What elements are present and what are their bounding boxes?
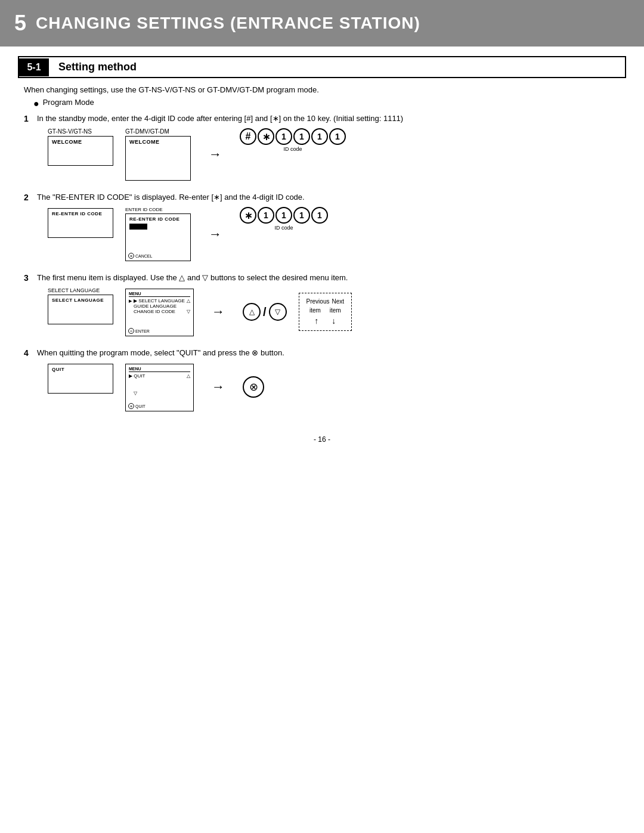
- display-reenter-right: ENTER ID CODE RE-ENTER ID CODE ⊗ CANCEL: [125, 207, 191, 261]
- step-1-displays: GT-NS-V/GT-NS WELCOME GT-DMV/GT-DM WELCO…: [48, 128, 620, 181]
- quit-tri-up: △: [187, 373, 190, 379]
- bullet-dot: ●: [33, 98, 39, 109]
- keys-row-2: ∗ 1 1 1 1: [240, 207, 328, 224]
- key-2a: 1: [258, 207, 274, 224]
- step-2-displays: RE-ENTER ID CODE ENTER ID CODE RE-ENTER …: [48, 207, 620, 261]
- step-4-num: 4: [24, 348, 33, 358]
- keys-row-1: # ∗ 1 1 1 1: [240, 128, 346, 145]
- quit-spacer: [129, 379, 190, 391]
- key-sequence-1: # ∗ 1 1 1 1 ID code: [240, 128, 346, 152]
- next-text: Next: [332, 298, 344, 305]
- cancel-label: CANCEL: [135, 254, 152, 258]
- menu-item-1-text: ▶ SELECT LANGUAGE: [134, 298, 185, 304]
- quit-x-button[interactable]: ⊗: [243, 376, 264, 398]
- label-gtdm: GT-DMV/GT-DM: [125, 128, 169, 135]
- slash-separator: /: [263, 305, 267, 319]
- arrow-3: →: [206, 304, 231, 320]
- key-1a: 1: [275, 128, 292, 145]
- down-button[interactable]: ▽: [269, 303, 287, 321]
- quit-tri-down: ▽: [134, 391, 137, 396]
- item-label-right: item: [330, 307, 341, 314]
- quit-text-left: QUIT: [52, 367, 109, 372]
- quit-btn: ⊗ QUIT: [128, 403, 145, 409]
- tri-up-icon: △: [187, 298, 190, 304]
- quit-menu-header: MENU: [129, 367, 190, 372]
- display-menu-left: SELECT LANGUAGE SELECT LANGUAGE: [48, 287, 113, 324]
- label-gtns: GT-NS-V/GT-NS: [48, 128, 92, 135]
- step-2: 2 The "RE-ENTER ID CODE" is displayed. R…: [24, 193, 620, 261]
- key-2c: 1: [293, 207, 310, 224]
- nav-item-labels: item item: [306, 307, 344, 314]
- enter-btn: ⊙ ENTER: [128, 328, 150, 334]
- step-3-displays: SELECT LANGUAGE SELECT LANGUAGE MENU ▶ S…: [48, 287, 620, 336]
- bullet-text: Program Mode: [43, 98, 94, 107]
- step-2-num: 2: [24, 193, 33, 202]
- nav-labels-row: Previous Next: [306, 298, 344, 305]
- previous-label: Previous: [306, 298, 330, 305]
- display-gtdm: GT-DMV/GT-DM WELCOME: [125, 128, 191, 181]
- up-arrow-icon: ↑: [314, 316, 318, 326]
- step-1-num: 1: [24, 114, 33, 123]
- cancel-btn: ⊗ CANCEL: [128, 253, 152, 259]
- select-lang-text: SELECT LANGUAGE: [52, 298, 109, 303]
- enter-label: ENTER: [135, 329, 150, 333]
- nav-arrows-row: ↑ ↓: [314, 316, 336, 326]
- label-select-lang: SELECT LANGUAGE: [48, 287, 100, 293]
- black-rect: [129, 224, 147, 230]
- nav-labels-box: Previous Next item item ↑ ↓: [299, 293, 352, 331]
- up-button[interactable]: △: [243, 303, 261, 321]
- previous-text: Previous: [306, 298, 330, 305]
- key-sequence-2: ∗ 1 1 1 1 ID code: [240, 207, 328, 231]
- display-gtns: GT-NS-V/GT-NS WELCOME: [48, 128, 113, 166]
- step-3-text: The first menu item is displayed. Use th…: [37, 273, 620, 282]
- step-1: 1 In the standby mode, enter the 4-digit…: [24, 114, 620, 181]
- quit-tri-down-row: ▽: [129, 391, 190, 396]
- key-2b: 1: [275, 207, 292, 224]
- arrow-2: →: [203, 227, 228, 242]
- section-title: Setting method: [49, 57, 146, 77]
- arrow-4: →: [206, 379, 231, 395]
- nav-buttons-group: △ / ▽: [243, 303, 287, 321]
- item-label-left: item: [309, 307, 321, 314]
- display-quit-left: QUIT: [48, 363, 113, 394]
- reenter-text-right: RE-ENTER ID CODE: [129, 216, 187, 222]
- display-reenter-left: RE-ENTER ID CODE: [48, 207, 113, 238]
- step-4: 4 When quitting the program mode, select…: [24, 348, 620, 411]
- chapter-title: CHANGING SETTINGS (ENTRANCE STATION): [36, 14, 420, 33]
- section-number: 5-1: [19, 58, 49, 76]
- quit-menu-item: ▶ QUIT △: [129, 373, 190, 379]
- step-2-text: The "RE-ENTER ID CODE" is displayed. Re-…: [37, 193, 620, 202]
- down-arrow-icon: ↓: [332, 316, 336, 326]
- box-select-lang: SELECT LANGUAGE: [48, 295, 113, 324]
- step-4-text: When quitting the program mode, select "…: [37, 348, 620, 357]
- key-1d: 1: [329, 128, 346, 145]
- reenter-text-left: RE-ENTER ID CODE: [52, 211, 109, 216]
- step-1-text: In the standby mode, enter the 4-digit I…: [37, 114, 620, 123]
- chapter-number: 5: [14, 11, 26, 36]
- key-2d: 1: [311, 207, 328, 224]
- step-3-row: 3 The first menu item is displayed. Use …: [24, 273, 620, 283]
- display-quit-right: MENU ▶ QUIT △ ▽ ⊗ QUIT: [125, 363, 194, 411]
- box-quit-left: QUIT: [48, 364, 113, 394]
- welcome-text-left: WELCOME: [52, 139, 109, 145]
- section-header: 5-1 Setting method: [18, 56, 626, 78]
- display-menu-right: MENU ▶ SELECT LANGUAGE △ GUIDE LANGUAGE …: [125, 287, 194, 336]
- menu-item-3: CHANGE ID CODE ▽: [129, 309, 190, 314]
- step-4-displays: QUIT MENU ▶ QUIT △ ▽ ⊗: [48, 363, 620, 411]
- quit-circle: ⊗: [128, 403, 134, 409]
- key-hash: #: [240, 128, 256, 145]
- cancel-circle: ⊗: [128, 253, 134, 259]
- intro-text: When changing settings, use the GT-NS-V/…: [24, 85, 620, 94]
- step-3: 3 The first menu item is displayed. Use …: [24, 273, 620, 336]
- key-1c: 1: [311, 128, 328, 145]
- menu-item-3-text: CHANGE ID CODE: [134, 309, 175, 314]
- id-code-label-1: ID code: [283, 146, 302, 152]
- step-1-row: 1 In the standby mode, enter the 4-digit…: [24, 114, 620, 123]
- content-area: When changing settings, use the GT-NS-V/…: [0, 85, 644, 411]
- key-1b: 1: [293, 128, 310, 145]
- chapter-header: 5 CHANGING SETTINGS (ENTRANCE STATION): [0, 0, 644, 47]
- box-quit-right: MENU ▶ QUIT △ ▽ ⊗ QUIT: [125, 364, 194, 411]
- box-reenter-right: RE-ENTER ID CODE ⊗ CANCEL: [125, 213, 191, 261]
- page-number: - 16 -: [0, 435, 644, 456]
- arrow-1: →: [203, 147, 228, 162]
